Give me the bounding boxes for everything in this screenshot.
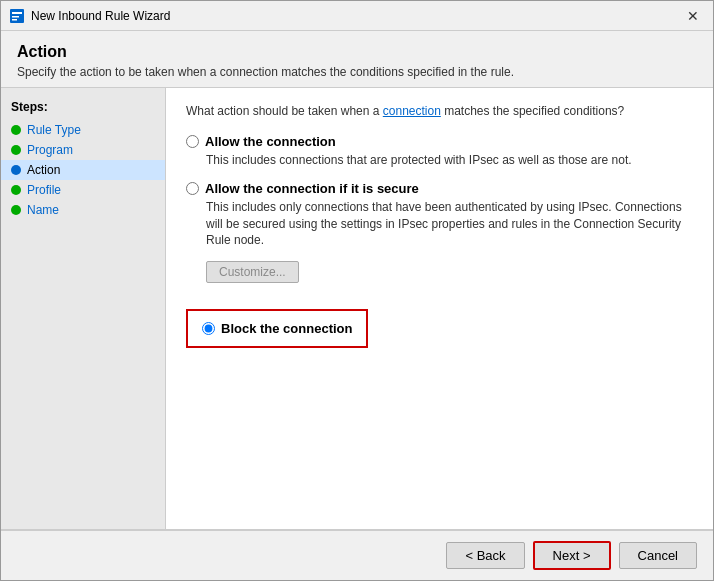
customize-button[interactable]: Customize...	[206, 261, 299, 283]
block-radio[interactable]	[202, 322, 215, 335]
block-connection-box: Block the connection	[186, 309, 368, 348]
dot-icon	[11, 185, 21, 195]
connection-link[interactable]: connection	[383, 104, 441, 118]
sidebar-item-name[interactable]: Name	[1, 200, 165, 220]
footer: < Back Next > Cancel	[1, 530, 713, 580]
allow-secure-desc: This includes only connections that have…	[206, 199, 693, 249]
sidebar-item-rule-type[interactable]: Rule Type	[1, 120, 165, 140]
window-title: New Inbound Rule Wizard	[31, 9, 681, 23]
allow-desc: This includes connections that are prote…	[206, 152, 693, 169]
steps-label: Steps:	[1, 100, 165, 120]
dot-icon	[11, 205, 21, 215]
allow-secure-option: Allow the connection if it is secure Thi…	[186, 181, 693, 283]
dot-icon	[11, 125, 21, 135]
content-area: Action Specify the action to be taken wh…	[1, 31, 713, 580]
block-radio-row: Block the connection	[202, 321, 352, 336]
sidebar-label-program: Program	[27, 143, 73, 157]
sidebar-item-action[interactable]: Action	[1, 160, 165, 180]
page-header: Action Specify the action to be taken wh…	[1, 31, 713, 87]
dot-icon	[11, 145, 21, 155]
allow-secure-radio-row: Allow the connection if it is secure	[186, 181, 693, 196]
main-body: Steps: Rule Type Program Action Profile	[1, 88, 713, 529]
question-text: What action should be taken when a conne…	[186, 104, 693, 118]
allow-radio-row: Allow the connection	[186, 134, 693, 149]
page-subtitle: Specify the action to be taken when a co…	[17, 65, 697, 79]
next-button[interactable]: Next >	[533, 541, 611, 570]
allow-label[interactable]: Allow the connection	[205, 134, 336, 149]
block-label[interactable]: Block the connection	[221, 321, 352, 336]
cancel-button[interactable]: Cancel	[619, 542, 697, 569]
sidebar-label-name: Name	[27, 203, 59, 217]
sidebar-item-profile[interactable]: Profile	[1, 180, 165, 200]
sidebar-label-action: Action	[27, 163, 60, 177]
title-bar: New Inbound Rule Wizard ✕	[1, 1, 713, 31]
allow-secure-label[interactable]: Allow the connection if it is secure	[205, 181, 419, 196]
sidebar-label-rule-type: Rule Type	[27, 123, 81, 137]
sidebar: Steps: Rule Type Program Action Profile	[1, 88, 166, 529]
allow-radio[interactable]	[186, 135, 199, 148]
svg-rect-1	[12, 12, 22, 14]
svg-rect-2	[12, 16, 19, 18]
svg-rect-3	[12, 19, 17, 21]
dot-icon	[11, 165, 21, 175]
sidebar-item-program[interactable]: Program	[1, 140, 165, 160]
allow-secure-radio[interactable]	[186, 182, 199, 195]
close-button[interactable]: ✕	[681, 4, 705, 28]
back-button[interactable]: < Back	[446, 542, 524, 569]
wizard-window: New Inbound Rule Wizard ✕ Action Specify…	[0, 0, 714, 581]
sidebar-label-profile: Profile	[27, 183, 61, 197]
page-title: Action	[17, 43, 697, 61]
main-panel: What action should be taken when a conne…	[166, 88, 713, 529]
allow-connection-option: Allow the connection This includes conne…	[186, 134, 693, 169]
window-icon	[9, 8, 25, 24]
